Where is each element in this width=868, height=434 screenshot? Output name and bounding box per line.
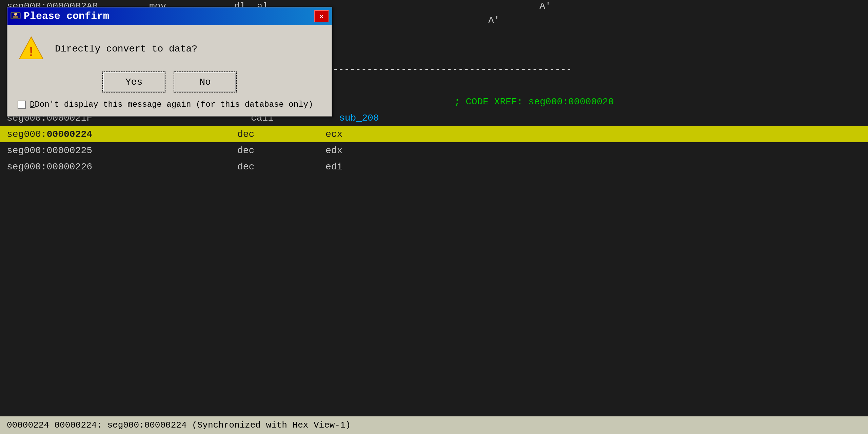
dialog-app-icon: [10, 11, 21, 22]
dialog-content-row: ! Directly convert to data?: [18, 35, 321, 62]
dialog-titlebar: Please confirm ✕: [7, 7, 332, 25]
dialog-close-button[interactable]: ✕: [314, 10, 329, 22]
no-button-label: No: [199, 77, 211, 87]
svg-text:!: !: [27, 45, 35, 60]
dont-show-label: DDon't display this message again (for t…: [30, 100, 313, 109]
no-button[interactable]: No: [175, 73, 236, 91]
dialog-buttons: Yes No: [18, 73, 321, 91]
yes-button[interactable]: Yes: [103, 73, 164, 91]
dialog-body: ! Directly convert to data? Yes No DDon'…: [7, 25, 332, 116]
svg-point-2: [14, 13, 17, 16]
dialog-message: Directly convert to data?: [55, 44, 197, 54]
dialog-overlay: Please confirm ✕ ! Directly convert to d…: [0, 0, 868, 434]
dont-show-label-text: Don't display this message again (for th…: [35, 100, 313, 109]
yes-button-label: Yes: [125, 77, 142, 87]
dialog-window: Please confirm ✕ ! Directly convert to d…: [7, 7, 332, 117]
dialog-checkbox-row: DDon't display this message again (for t…: [18, 100, 321, 109]
dialog-title-left: Please confirm: [10, 11, 109, 22]
dont-show-checkbox[interactable]: [18, 101, 26, 109]
dialog-title-text: Please confirm: [24, 11, 109, 22]
svg-rect-3: [13, 16, 18, 18]
warning-icon: !: [18, 35, 45, 62]
close-icon: ✕: [319, 12, 323, 21]
